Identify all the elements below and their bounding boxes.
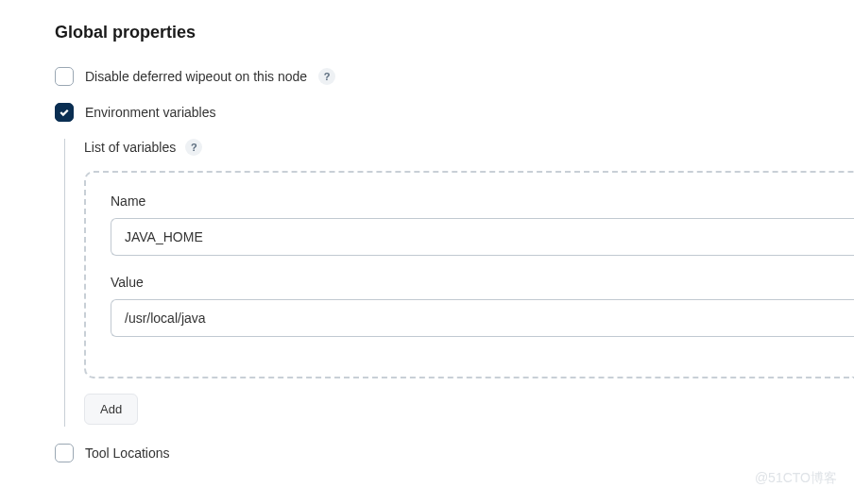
option-disable-wipeout: Disable deferred wipeout on this node ? [55, 67, 854, 86]
list-of-variables-header: List of variables ? [84, 139, 854, 156]
section-title: Global properties [55, 23, 854, 42]
name-field-group: Name [111, 193, 854, 256]
env-vars-nested-block: List of variables ? Name Value Add [64, 139, 854, 427]
help-icon[interactable]: ? [318, 68, 335, 85]
checkbox-env-vars[interactable] [55, 103, 74, 122]
option-label-disable-wipeout: Disable deferred wipeout on this node [85, 69, 307, 84]
value-input[interactable] [111, 299, 854, 337]
name-input[interactable] [111, 218, 854, 256]
help-icon[interactable]: ? [185, 139, 202, 156]
variable-entry-panel: Name Value [84, 171, 854, 378]
checkbox-disable-wipeout[interactable] [55, 67, 74, 86]
checkbox-tool-locations[interactable] [55, 444, 74, 462]
value-label: Value [111, 275, 854, 290]
option-env-vars: Environment variables [55, 103, 854, 122]
option-tool-locations: Tool Locations [55, 444, 854, 462]
option-label-tool-locations: Tool Locations [85, 445, 170, 461]
option-label-env-vars: Environment variables [85, 105, 216, 120]
name-label: Name [111, 193, 854, 209]
add-button[interactable]: Add [84, 394, 138, 425]
list-of-variables-label: List of variables [84, 140, 176, 155]
value-field-group: Value [111, 275, 854, 337]
watermark: @51CTO博客 [755, 470, 837, 487]
check-icon [59, 107, 70, 118]
